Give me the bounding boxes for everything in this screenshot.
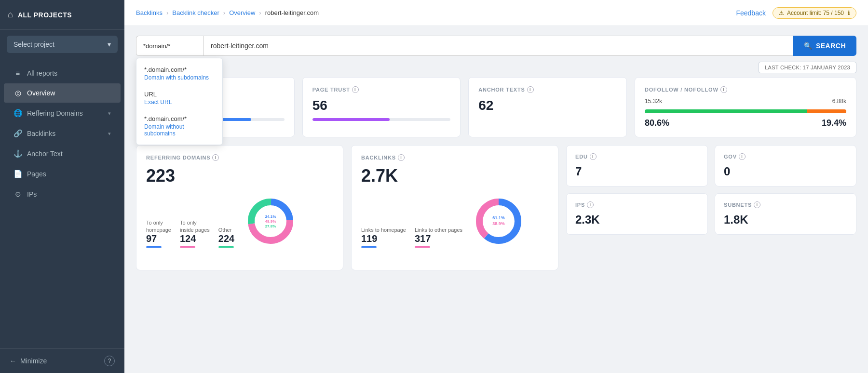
referring-domains-info-icon[interactable]: i [212, 154, 219, 161]
breadcrumb-backlinks[interactable]: Backlinks [136, 9, 163, 16]
referring-domains-stats: To onlyhomepage 97 To onlyinside pages 1… [146, 219, 234, 248]
backlinks-donut-row: Links to homepage 119 Links to other pag… [361, 195, 548, 248]
sidebar: ⌂ ALL PROJECTS Select project ▾ ≡ All re… [0, 0, 124, 373]
sidebar-header: ⌂ ALL PROJECTS [0, 0, 124, 30]
sidebar-item-all-reports[interactable]: ≡ All reports [4, 64, 121, 82]
sidebar-item-label: IPs [27, 190, 37, 198]
svg-text:38.9%: 38.9% [492, 221, 505, 226]
chevron-icon: ▾ [108, 131, 111, 137]
sidebar-item-pages[interactable]: 📄 Pages [4, 164, 121, 184]
minimize-label: Minimize [20, 357, 47, 365]
page-trust-progress-fill [312, 118, 390, 121]
gov-info-icon[interactable]: i [739, 153, 746, 160]
backlinks-donut: 61.1% 38.9% [472, 195, 525, 248]
dropdown-item-sub-3: Domain without subdomains [144, 123, 215, 137]
dofollow-info-icon[interactable]: i [720, 86, 727, 93]
arrow-left-icon: ← [10, 357, 16, 365]
sidebar-nav: ≡ All reports ◎ Overview 🌐 Reffering Dom… [0, 59, 124, 348]
referring-domains-card: REFERRING DOMAINS i 223 To onlyhomepage … [136, 145, 343, 270]
dofollow-percentages: 80.6% 19.4% [645, 118, 846, 128]
page-trust-card: PAGE TRUST i 56 [302, 77, 461, 137]
home-icon: ⌂ [8, 10, 13, 20]
breadcrumb-sep-1: › [166, 9, 168, 16]
referring-domains-label: REFERRING DOMAINS i [146, 154, 333, 161]
stat-bar-links-homepage [361, 246, 377, 248]
right-side-cards: EDU i 7 GOV i 0 [566, 145, 856, 270]
backlinks-stats: Links to homepage 119 Links to other pag… [361, 226, 462, 248]
last-check-badge: LAST CHECK: 17 JANUARY 2023 [759, 62, 856, 73]
search-bar: *domain/* *.domain.com/* Domain with sub… [136, 36, 856, 56]
dofollow-bar [645, 109, 846, 113]
help-icon[interactable]: ? [104, 356, 115, 366]
dropdown-item-sub-1: Domain with subdomains [144, 74, 215, 81]
dropdown-item-domain-nosub[interactable]: *.domain.com/* Domain without subdomains [136, 110, 222, 142]
dofollow-label: DOFOLLOW / NOFOLLOW i [645, 86, 846, 93]
stat-bar-other [218, 246, 234, 248]
dofollow-pct: 80.6% [645, 118, 669, 128]
search-type-value: *domain/* [143, 42, 170, 50]
sidebar-item-backlinks[interactable]: 🔗 Backlinks ▾ [4, 124, 121, 143]
anchor-texts-info-icon[interactable]: i [527, 86, 534, 93]
sidebar-item-label: All reports [27, 69, 57, 77]
nofollow-bar-fill [807, 109, 846, 113]
referring-domains-donut: 24.1% 48.9% 27.8% [244, 195, 297, 248]
subnets-info-icon[interactable]: i [754, 201, 760, 208]
search-button-label: SEARCH [816, 42, 846, 50]
stat-bar-homepage [146, 246, 162, 248]
page-trust-progress [312, 118, 451, 121]
backlinks-card: BACKLINKS i 2.7K Links to homepage 119 L… [351, 145, 558, 270]
dropdown-item-main-2: URL [144, 91, 215, 98]
info-icon[interactable]: ℹ [848, 10, 850, 16]
nofollow-count: 6.88k [832, 98, 846, 105]
topbar-right: Feedback ⚠ Account limit: 75 / 150 ℹ [736, 7, 856, 19]
link-icon: 🔗 [14, 129, 22, 138]
sidebar-item-referring-domains[interactable]: 🌐 Reffering Domains ▾ [4, 104, 121, 123]
anchor-texts-card: ANCHOR TEXTS i 62 [468, 77, 627, 137]
svg-text:27.8%: 27.8% [265, 224, 276, 228]
ips-subnets-row: IPS i 2.3K SUBNETS i 1.8K [566, 193, 856, 235]
edu-info-icon[interactable]: i [590, 153, 597, 160]
ips-info-icon[interactable]: i [587, 201, 594, 208]
project-selector-label: Select project [14, 40, 54, 48]
search-button[interactable]: 🔍 SEARCH [793, 36, 856, 56]
dropdown-item-main-1: *.domain.com/* [144, 66, 215, 73]
chevron-icon: ▾ [108, 110, 111, 117]
search-type-select[interactable]: *domain/* [136, 36, 203, 56]
feedback-button[interactable]: Feedback [736, 9, 765, 17]
search-url-input[interactable] [203, 36, 793, 56]
sidebar-item-label: Reffering Domains [27, 109, 83, 117]
breadcrumb-backlink-checker[interactable]: Backlink checker [172, 9, 219, 16]
sidebar-item-overview[interactable]: ◎ Overview [4, 83, 121, 103]
page-trust-info-icon[interactable]: i [352, 86, 359, 93]
top-cards-row: DOMAIN TRUST i 76 PAGE TRUST i 56 [136, 77, 856, 137]
dofollow-numbers: 15.32k 6.88k [645, 98, 846, 105]
anchor-icon: ⚓ [14, 149, 22, 158]
main-area: Backlinks › Backlink checker › Overview … [124, 0, 868, 373]
stat-links-homepage: Links to homepage 119 [361, 226, 406, 248]
project-selector[interactable]: Select project ▾ [7, 36, 118, 53]
breadcrumb-overview[interactable]: Overview [229, 9, 255, 16]
stat-bar-inside [180, 246, 195, 248]
account-limit-text: Account limit: 75 / 150 [787, 10, 844, 16]
dofollow-card: DOFOLLOW / NOFOLLOW i 15.32k 6.88k 80.6%… [635, 77, 856, 137]
ips-label: IPS i [575, 201, 699, 208]
dofollow-count: 15.32k [645, 98, 662, 105]
svg-text:24.1%: 24.1% [265, 214, 276, 219]
search-type-dropdown: *.domain.com/* Domain with subdomains UR… [136, 58, 223, 145]
svg-text:61.1%: 61.1% [492, 215, 505, 220]
sidebar-item-ips[interactable]: ⊙ IPs [4, 185, 121, 204]
globe-icon: 🌐 [14, 109, 22, 118]
dropdown-item-sub-2: Exact URL [144, 99, 215, 106]
breadcrumb-sep-3: › [259, 9, 261, 16]
gov-value: 0 [724, 165, 847, 178]
sidebar-footer[interactable]: ← Minimize ? [0, 348, 124, 373]
dropdown-item-main-3: *.domain.com/* [144, 115, 215, 122]
backlinks-info-icon[interactable]: i [398, 154, 405, 161]
dropdown-item-domain-sub[interactable]: *.domain.com/* Domain with subdomains [136, 61, 222, 86]
dropdown-item-url[interactable]: URL Exact URL [136, 86, 222, 110]
page-trust-label: PAGE TRUST i [312, 86, 451, 93]
sidebar-item-anchor-text[interactable]: ⚓ Anchor Text [4, 144, 121, 163]
sidebar-item-label: Overview [27, 89, 55, 97]
anchor-texts-label: ANCHOR TEXTS i [478, 86, 617, 93]
content-area: *domain/* *.domain.com/* Domain with sub… [124, 26, 868, 373]
